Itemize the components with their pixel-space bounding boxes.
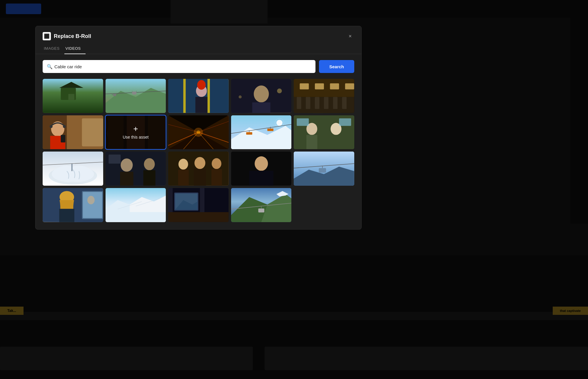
svg-rect-34 <box>315 97 319 109</box>
modal-body: 🔍 Search <box>36 54 361 229</box>
video-thumb-3[interactable] <box>168 79 229 113</box>
thumb-svg-13 <box>168 152 229 186</box>
svg-rect-30 <box>330 83 339 89</box>
video-thumb-19[interactable] <box>231 188 292 222</box>
video-thumb-4[interactable] <box>231 79 292 113</box>
search-row: 🔍 Search <box>43 60 354 73</box>
thumb-svg-5 <box>294 79 354 113</box>
video-grid: + Use this asset <box>43 79 354 222</box>
search-input[interactable] <box>43 60 315 73</box>
video-thumb-17[interactable] <box>106 188 166 222</box>
thumb-svg-12 <box>106 152 166 186</box>
svg-rect-66 <box>246 132 252 134</box>
svg-rect-76 <box>331 135 342 149</box>
thumb-svg-19 <box>231 188 292 222</box>
svg-rect-7 <box>132 92 136 94</box>
thumb-scene-1 <box>43 79 103 113</box>
svg-point-17 <box>197 80 206 90</box>
svg-rect-36 <box>333 97 338 109</box>
svg-rect-37 <box>342 97 347 109</box>
svg-rect-33 <box>306 97 310 109</box>
svg-rect-108 <box>319 168 326 173</box>
svg-rect-97 <box>168 152 229 186</box>
video-thumb-13[interactable] <box>168 152 229 186</box>
svg-rect-74 <box>307 135 318 149</box>
video-thumb-7-selected[interactable]: + Use this asset <box>106 115 166 149</box>
svg-point-24 <box>238 95 241 98</box>
svg-rect-103 <box>249 171 273 186</box>
svg-rect-81 <box>71 164 73 171</box>
svg-rect-18 <box>196 97 208 113</box>
search-icon: 🔍 <box>47 64 53 69</box>
thumb-svg-10 <box>294 115 354 149</box>
thumb-svg-14 <box>231 152 292 186</box>
svg-rect-78 <box>339 118 351 126</box>
video-thumb-6[interactable] <box>43 115 103 149</box>
video-thumb-12[interactable] <box>106 152 166 186</box>
svg-point-40 <box>51 121 64 136</box>
svg-point-61 <box>197 130 200 134</box>
video-thumb-8[interactable] <box>168 115 229 149</box>
video-thumb-15[interactable] <box>294 152 354 186</box>
thumb-svg-4 <box>231 79 292 113</box>
svg-rect-31 <box>345 83 354 89</box>
svg-point-99 <box>255 157 268 171</box>
modal-close-button[interactable]: × <box>346 32 354 40</box>
video-thumb-9[interactable] <box>231 115 292 149</box>
thumb-svg-1 <box>43 79 103 113</box>
thumb-svg-8 <box>168 115 229 149</box>
svg-rect-32 <box>297 97 301 109</box>
search-input-wrap: 🔍 <box>43 60 315 73</box>
svg-point-23 <box>277 89 282 93</box>
thumb-svg-15 <box>294 152 354 186</box>
svg-rect-35 <box>324 97 328 109</box>
video-thumb-14[interactable] <box>231 152 292 186</box>
modal-header: Replace B-Roll × <box>36 26 361 40</box>
svg-point-69 <box>276 120 283 126</box>
svg-rect-11 <box>113 94 116 96</box>
app-logo-inner <box>44 34 49 39</box>
thumb-svg-18 <box>168 188 229 222</box>
video-thumb-11[interactable] <box>43 152 103 186</box>
use-asset-label: Use this asset <box>123 135 148 139</box>
modal-title-row: Replace B-Roll <box>43 32 91 40</box>
search-button[interactable]: Search <box>319 60 354 73</box>
svg-rect-135 <box>258 209 264 212</box>
thumb-svg-9 <box>231 115 292 149</box>
thumb-svg-2 <box>106 79 166 113</box>
svg-point-43 <box>63 125 66 128</box>
tab-images[interactable]: IMAGES <box>43 44 64 54</box>
video-thumb-18[interactable] <box>168 188 229 222</box>
app-logo <box>43 32 51 40</box>
tab-videos[interactable]: VIDEOS <box>64 44 86 54</box>
svg-rect-3 <box>68 94 74 100</box>
use-asset-plus-icon: + <box>133 125 138 133</box>
thumb-svg-3 <box>168 79 229 113</box>
video-thumb-2[interactable] <box>106 79 166 113</box>
thumb-svg-6 <box>43 115 103 149</box>
replace-broll-modal: Replace B-Roll × IMAGES VIDEOS 🔍 Search <box>35 26 362 230</box>
video-thumb-10[interactable] <box>294 115 354 149</box>
svg-rect-128 <box>168 212 229 222</box>
svg-rect-68 <box>267 129 273 131</box>
svg-rect-45 <box>82 118 103 146</box>
thumb-svg-16 <box>43 188 103 222</box>
svg-rect-29 <box>315 83 324 89</box>
svg-rect-14 <box>183 79 186 113</box>
svg-rect-28 <box>300 83 309 89</box>
svg-rect-112 <box>59 209 74 222</box>
svg-rect-44 <box>61 135 65 142</box>
thumb-svg-11 <box>43 152 103 186</box>
video-thumb-1[interactable] <box>43 79 103 113</box>
svg-rect-77 <box>297 118 309 126</box>
svg-point-42 <box>50 125 53 128</box>
video-thumb-16[interactable] <box>43 188 103 222</box>
video-thumb-5[interactable] <box>294 79 354 113</box>
thumb-svg-17 <box>106 188 166 222</box>
svg-rect-15 <box>208 79 210 113</box>
svg-point-115 <box>87 196 95 205</box>
svg-rect-114 <box>83 192 102 218</box>
use-asset-overlay[interactable]: + Use this asset <box>106 115 166 149</box>
svg-rect-89 <box>108 155 121 164</box>
modal-tabs: IMAGES VIDEOS <box>36 44 361 54</box>
